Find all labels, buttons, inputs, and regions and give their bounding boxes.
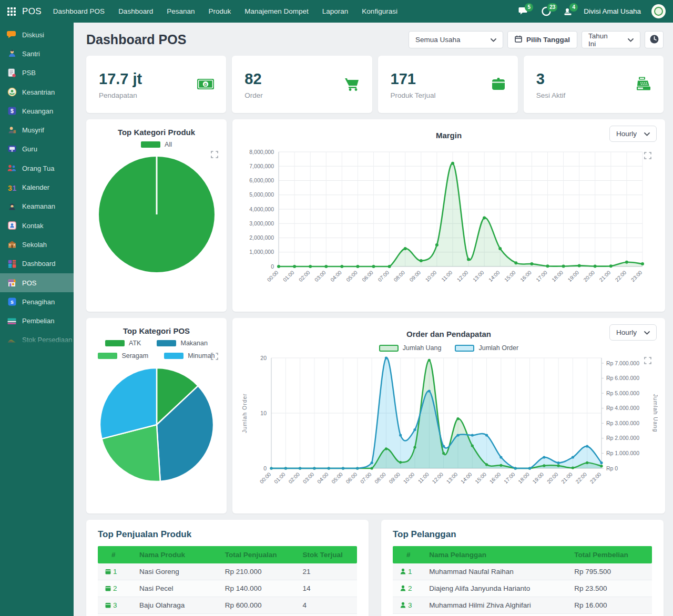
svg-text:17:00: 17:00 — [503, 471, 516, 485]
finance-icon: $ — [7, 106, 17, 116]
sidebar-item-diskusi[interactable]: Diskusi — [0, 25, 74, 44]
calendar-31-icon: 31 — [7, 182, 17, 192]
legend-swatch — [157, 340, 176, 346]
table-row: 1Nasi GorengRp 210.00021 — [98, 563, 357, 580]
svg-text:07:00: 07:00 — [359, 471, 373, 485]
sidebar-item-sekolah[interactable]: Sekolah — [0, 235, 74, 254]
nav-item-pesanan[interactable]: Pesanan — [167, 7, 195, 15]
legend-jumlah-uang[interactable]: Jumlah Uang — [379, 344, 442, 352]
history-notification[interactable]: 23 — [541, 6, 552, 16]
sidebar-item-musyrif[interactable]: Musyrif — [0, 120, 74, 139]
box-icon — [491, 76, 506, 94]
margin-interval-select[interactable]: Hourly — [609, 126, 657, 142]
stat-label: Order — [244, 91, 263, 99]
legend-minuman[interactable]: Minuman — [164, 352, 215, 360]
notification-count-badge: 23 — [547, 3, 557, 12]
legend-all[interactable]: All — [141, 141, 172, 148]
expand-icon[interactable] — [211, 151, 218, 160]
svg-text:00:00: 00:00 — [259, 471, 272, 485]
sidebar-item-kesantrian[interactable]: Kesantrian — [0, 83, 74, 101]
mentor-icon — [7, 125, 17, 135]
pick-date-button[interactable]: Pilih Tanggal — [507, 31, 577, 48]
sidebar-item-penagihan[interactable]: sPenagihan — [0, 292, 74, 311]
legend-seragam[interactable]: Seragam — [98, 352, 148, 360]
table-cell: 14 — [298, 580, 357, 597]
sidebar-item-psb[interactable]: PSB — [0, 64, 74, 83]
order-pendapatan-chart: 01020Rp 0Rp 1.000.000Rp 2.000.000Rp 3.00… — [240, 352, 658, 507]
sidebar-item-keuangan[interactable]: $Keuangan — [0, 101, 74, 120]
svg-text:11:00: 11:00 — [440, 269, 453, 282]
svg-text:16:00: 16:00 — [519, 269, 533, 283]
column-header-stok-terjual: Stok Terjual — [298, 546, 357, 563]
approval-notification[interactable]: 4 — [563, 6, 573, 16]
legend-makanan[interactable]: Makanan — [157, 340, 207, 347]
rank-cell: 1 — [98, 563, 134, 580]
svg-text:19:00: 19:00 — [567, 269, 580, 283]
sidebar-item-santri[interactable]: Santri — [0, 44, 74, 63]
order-interval-select[interactable]: Hourly — [609, 324, 657, 341]
column-header-: # — [393, 546, 424, 563]
apps-grid-icon[interactable] — [7, 7, 16, 16]
svg-text:04:00: 04:00 — [329, 269, 343, 283]
sidebar-item-keamanan[interactable]: Keamanan — [0, 197, 74, 216]
legend-label: Makanan — [180, 340, 207, 347]
expand-icon[interactable] — [211, 353, 218, 362]
svg-text:Rp 6.000.000: Rp 6.000.000 — [606, 375, 639, 381]
period-select[interactable]: Tahun Ini — [582, 31, 640, 48]
legend-jumlah-order[interactable]: Jumlah Order — [455, 344, 518, 352]
table-cell: Rp 210.000 — [220, 563, 298, 580]
sidebar-item-label: Musyrif — [22, 126, 44, 134]
legend-atk[interactable]: ATK — [105, 340, 141, 347]
svg-text:10: 10 — [260, 410, 267, 416]
sidebar-item-guru[interactable]: Guru — [0, 140, 74, 159]
table-cell: Muhammad Naufal Raihan — [424, 563, 569, 580]
table-cell: Rp 23.500 — [569, 580, 652, 597]
svg-text:13:00: 13:00 — [445, 471, 459, 485]
stat-value: 17.7 jt — [99, 70, 142, 88]
svg-text:00:00: 00:00 — [266, 269, 280, 283]
svg-text:Rp 3.000.000: Rp 3.000.000 — [606, 420, 639, 426]
column-header-total-pembelian: Total Pembelian — [569, 546, 652, 563]
svg-text:5,000,000: 5,000,000 — [249, 191, 274, 198]
sidebar-item-kalender[interactable]: 31Kalender — [0, 178, 74, 197]
table-cell: Le Minerale 600ml — [134, 614, 220, 616]
svg-text:Jumlah Order: Jumlah Order — [241, 393, 248, 433]
sidebar-item-pembelian[interactable]: Pembelian — [0, 311, 74, 330]
top-kategori-produk-pie — [94, 153, 219, 275]
svg-text:$: $ — [11, 108, 14, 114]
nav-item-konfigurasi[interactable]: Konfigurasi — [362, 7, 397, 15]
chat-notification[interactable]: 5 — [518, 6, 529, 16]
nav-item-dashboard-pos[interactable]: Dashboard POS — [53, 7, 105, 15]
stat-card-pendapatan: 17.7 jtPendapatan0 — [86, 56, 226, 113]
brand-title[interactable]: POS — [22, 6, 42, 17]
top-penjualan-produk-table: #Nama ProdukTotal PenjualanStok Terjual … — [98, 546, 357, 616]
sidebar-item-label: Keuangan — [22, 107, 53, 115]
avatar[interactable] — [651, 4, 666, 18]
billing-icon: s — [7, 297, 17, 307]
business-select[interactable]: Semua Usaha — [409, 31, 503, 48]
sidebar-item-pos[interactable]: POS — [0, 273, 74, 292]
table-title: Top Pelanggan — [393, 529, 652, 540]
nav-item-dashboard[interactable]: Dashboard — [118, 7, 153, 15]
history-button[interactable] — [645, 31, 664, 48]
nav-item-laporan[interactable]: Laporan — [322, 7, 349, 15]
nav-item-manajemen-dompet[interactable]: Manajemen Dompet — [244, 7, 309, 15]
sidebar-item-kontak[interactable]: Kontak — [0, 216, 74, 235]
chart-title: Margin — [436, 131, 462, 140]
nav-item-produk[interactable]: Produk — [208, 7, 231, 15]
svg-text:13:00: 13:00 — [472, 269, 485, 283]
rank-cell: 2 — [98, 580, 134, 597]
sidebar-item-label: Guru — [22, 145, 37, 153]
expand-icon[interactable] — [644, 152, 651, 161]
sidebar-item-label: Pembelian — [22, 317, 54, 325]
sidebar-item-dashboard[interactable]: Dashboard — [0, 254, 74, 273]
current-user-label[interactable]: Divisi Amal Usaha — [584, 7, 641, 15]
sidebar-item-orang-tua[interactable]: Orang Tua — [0, 159, 74, 178]
sidebar-item-stok-persediaan[interactable]: Stok Persediaan — [0, 331, 74, 348]
svg-text:15:00: 15:00 — [503, 269, 517, 283]
svg-text:Rp 0: Rp 0 — [606, 465, 618, 471]
expand-icon[interactable] — [644, 357, 651, 366]
table-row: 1Muhammad Naufal RaihanRp 795.500 — [393, 563, 652, 580]
legend-label: ATK — [129, 340, 141, 347]
svg-text:21:00: 21:00 — [598, 269, 612, 283]
